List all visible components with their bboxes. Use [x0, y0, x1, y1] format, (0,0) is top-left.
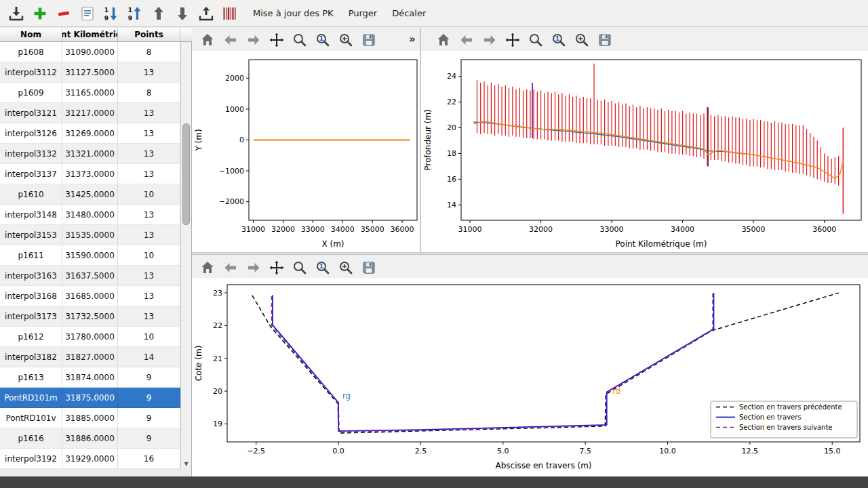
table-row[interactable]: interpol314831480.000013 — [0, 205, 180, 225]
table-row[interactable]: interpol319231929.000016 — [0, 449, 180, 469]
save-button[interactable] — [595, 30, 614, 49]
pan-icon — [269, 32, 285, 48]
pan-button[interactable] — [267, 258, 286, 277]
table-row[interactable]: p161631886.00009 — [0, 428, 180, 449]
save-button[interactable] — [359, 30, 378, 49]
menu-purger[interactable]: Purger — [342, 5, 384, 22]
zoom-icon — [528, 32, 544, 48]
add-button[interactable] — [29, 3, 51, 24]
table-row[interactable]: p161131590.000010 — [0, 245, 180, 266]
cell-point-kilometrique: 31885.0000 — [62, 408, 118, 428]
table-row[interactable]: PontRD101v31885.00009 — [0, 408, 180, 428]
move-down-button[interactable] — [172, 3, 193, 24]
cell-points: 13 — [118, 144, 180, 164]
splitter-vertical[interactable] — [420, 28, 421, 252]
table-row[interactable]: interpol315331535.000013 — [0, 225, 180, 245]
cell-nom: p1612 — [0, 327, 62, 347]
table-row[interactable]: p160931165.00008 — [0, 83, 180, 103]
back-icon — [222, 260, 239, 276]
forward-button[interactable] — [243, 30, 263, 49]
svg-text:Point Kilométrique (m): Point Kilométrique (m) — [615, 239, 707, 249]
zoom-one-button[interactable]: 1 — [313, 258, 332, 277]
cell-point-kilometrique: 31217.0000 — [62, 103, 118, 123]
svg-text:19: 19 — [213, 420, 222, 428]
table-row[interactable]: interpol316831685.000013 — [0, 286, 180, 306]
plots-area: 1 » 1 310003200033000340003500036000−200… — [192, 28, 868, 476]
svg-text:32000: 32000 — [529, 225, 553, 234]
zoom-plus-button[interactable] — [336, 30, 355, 49]
menu-decaler[interactable]: Décaler — [385, 5, 433, 22]
zoom-one-icon: 1 — [315, 260, 331, 276]
svg-text:rd: rd — [612, 386, 620, 396]
svg-text:X (m): X (m) — [321, 239, 344, 249]
notes-button[interactable] — [77, 3, 98, 24]
table-row[interactable]: interpol312131217.000013 — [0, 103, 180, 123]
menu-maj-pk[interactable]: Mise à jour des PK — [246, 5, 340, 22]
table-row[interactable]: interpol312631269.000013 — [0, 123, 180, 144]
save-button[interactable] — [359, 258, 378, 277]
table-header-corner — [180, 28, 192, 42]
table-scrollbar-thumb[interactable] — [182, 123, 190, 225]
cell-points: 13 — [118, 164, 180, 184]
back-button[interactable] — [220, 258, 240, 277]
forward-button[interactable] — [479, 30, 499, 49]
svg-text:0: 0 — [239, 136, 244, 144]
zoom-button[interactable] — [290, 258, 309, 277]
longitudinal-profile-plot[interactable]: 3100032000330003400035000360001416182022… — [421, 51, 868, 252]
column-header-point-kilometrique[interactable]: Point Kilométrique — [62, 28, 118, 42]
svg-text:2.5: 2.5 — [415, 447, 427, 455]
home-button[interactable] — [197, 30, 217, 49]
move-up-button[interactable] — [148, 3, 170, 24]
cross-section-plot[interactable]: −2.50.02.55.07.510.012.515.01920212223Ab… — [192, 278, 868, 476]
zoom-button[interactable] — [526, 30, 545, 49]
table-row[interactable]: interpol313231321.000013 — [0, 144, 180, 164]
cell-points: 13 — [118, 286, 180, 306]
sort-ascending-button[interactable]: 19 — [124, 3, 146, 24]
zoom-one-button[interactable]: 1 — [549, 30, 568, 49]
table-row[interactable]: interpol313731373.000013 — [0, 164, 180, 184]
column-header-points[interactable]: Points — [118, 28, 180, 42]
trace-plot[interactable]: 310003200033000340003500036000−2000−1000… — [192, 51, 421, 252]
cell-points: 14 — [118, 347, 180, 367]
back-button[interactable] — [220, 30, 240, 49]
pan-button[interactable] — [267, 30, 286, 49]
remove-button[interactable] — [53, 3, 75, 24]
import-button[interactable] — [5, 3, 27, 24]
zoom-one-button[interactable]: 1 — [313, 30, 332, 49]
table-row[interactable]: p161331874.00009 — [0, 367, 180, 388]
cell-points: 9 — [118, 408, 180, 428]
sort-descending-button[interactable]: 19 — [100, 3, 122, 24]
table-row[interactable]: p160831090.00008 — [0, 42, 180, 62]
zoom-button[interactable] — [290, 30, 309, 49]
cell-points: 8 — [118, 42, 180, 62]
pan-button[interactable] — [502, 30, 522, 49]
export-button[interactable] — [195, 3, 217, 24]
toolbar-menus: Mise à jour des PKPurgerDécaler — [245, 5, 433, 22]
splitter-horizontal[interactable] — [192, 252, 868, 255]
home-button[interactable] — [197, 258, 217, 277]
zoom-plus-button[interactable] — [336, 258, 355, 277]
table-row[interactable]: p161231780.000010 — [0, 327, 180, 347]
svg-text:21: 21 — [213, 354, 222, 363]
arrow-down-icon — [174, 5, 191, 22]
svg-text:9: 9 — [128, 14, 132, 21]
svg-text:20: 20 — [447, 123, 456, 132]
svg-text:22: 22 — [213, 321, 222, 330]
table-row[interactable]: interpol316331637.500013 — [0, 266, 180, 286]
forward-button[interactable] — [243, 258, 263, 277]
scrollbar-down-arrow-icon[interactable]: ▼ — [182, 460, 191, 468]
cell-point-kilometrique: 31637.5000 — [62, 266, 118, 286]
table-row[interactable]: p161031425.000010 — [0, 184, 180, 205]
toolbar-overflow-button[interactable]: » — [409, 33, 416, 45]
table-row[interactable]: interpol318231827.000014 — [0, 347, 180, 367]
home-button[interactable] — [433, 30, 453, 49]
zoom-plus-button[interactable] — [572, 30, 591, 49]
sections-button[interactable] — [219, 3, 241, 24]
column-header-nom[interactable]: Nom — [0, 28, 62, 42]
table-row[interactable]: interpol311231127.500013 — [0, 62, 180, 83]
table-scrollbar[interactable]: ▼ — [180, 42, 191, 469]
home-icon — [199, 260, 216, 276]
back-button[interactable] — [456, 30, 476, 49]
table-row[interactable]: interpol317331732.500013 — [0, 306, 180, 327]
table-row[interactable]: PontRD101m31875.00009 — [0, 388, 180, 408]
